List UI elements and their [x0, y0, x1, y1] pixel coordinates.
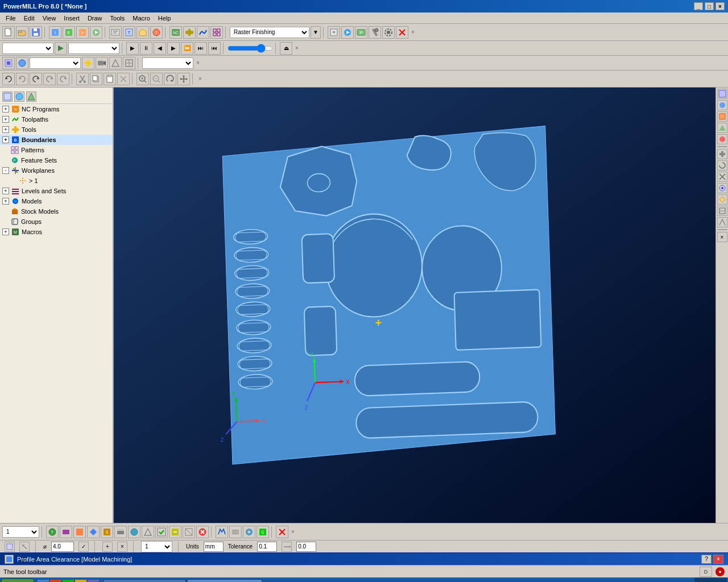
close-button[interactable]: × — [715, 2, 725, 10]
ql-icon2[interactable] — [50, 580, 61, 582]
diameter-input[interactable]: 4.0 — [51, 542, 74, 552]
rt-btn2[interactable] — [717, 100, 727, 110]
wp-expand[interactable]: - — [2, 167, 9, 174]
bb1-strat3[interactable] — [243, 526, 255, 538]
toolbar3-close[interactable]: × — [195, 60, 201, 66]
next-btn[interactable]: ▶ — [167, 42, 180, 55]
bb1-btn10[interactable] — [169, 526, 181, 538]
tools-btn[interactable] — [183, 26, 196, 39]
tree-toolpaths[interactable]: + Toolpaths — [0, 114, 113, 124]
tb3-sun[interactable] — [82, 57, 94, 69]
verify-button[interactable]: V — [76, 26, 89, 39]
tree-patterns[interactable]: Patterns — [0, 145, 113, 155]
pattern-btn[interactable] — [210, 26, 223, 39]
rt-btn3[interactable] — [717, 111, 727, 122]
tree-wp1[interactable]: > 1 — [0, 176, 113, 186]
tb3-select1[interactable] — [30, 57, 81, 69]
tree-boundaries[interactable]: + B Boundaries — [0, 135, 113, 145]
toolbar1-close[interactable]: × — [410, 29, 416, 36]
bound-expand[interactable]: + — [2, 136, 9, 143]
undo2-btn[interactable] — [16, 73, 28, 85]
bb1-btn8[interactable] — [142, 526, 154, 538]
redo-btn[interactable] — [30, 73, 42, 85]
rt-btn8[interactable] — [717, 172, 727, 182]
bb1-select1[interactable]: 1 — [2, 526, 39, 538]
btn8[interactable]: ! — [150, 26, 163, 39]
import-button[interactable]: I — [49, 26, 61, 39]
bb1-btn3[interactable] — [73, 526, 86, 538]
menu-macro[interactable]: Macro — [129, 14, 154, 23]
nc-expand[interactable]: + — [2, 106, 9, 113]
menu-tools[interactable]: Tools — [107, 14, 129, 23]
tb3-btn4[interactable] — [123, 57, 135, 69]
bb1-btn5[interactable]: S — [101, 526, 113, 538]
rt-btn5[interactable] — [717, 134, 727, 144]
fwd-btn[interactable]: ⏩ — [181, 42, 193, 55]
tb2-icon1[interactable] — [55, 42, 67, 55]
menu-draw[interactable]: Draw — [84, 14, 106, 23]
bb1-btn6[interactable] — [114, 526, 127, 538]
extra-input[interactable]: 0.0 — [296, 542, 316, 552]
tb3-select2[interactable] — [142, 57, 193, 69]
minimize-button[interactable]: _ — [694, 2, 703, 10]
mod-expand[interactable]: + — [2, 198, 9, 205]
tree-macros[interactable]: + M Macros — [0, 227, 113, 237]
toolbar2-close[interactable]: × — [293, 45, 300, 52]
play-btn[interactable]: ▶ — [126, 42, 139, 55]
cut-btn[interactable] — [76, 73, 89, 85]
taskbar-sw[interactable]: SW SolidWorks Premium 2... — [103, 579, 186, 582]
toolbar4-close[interactable]: × — [197, 76, 204, 82]
ql-icon4[interactable] — [75, 580, 86, 582]
tolerance-input[interactable]: 0.1 — [257, 542, 277, 552]
gear-btn[interactable] — [382, 26, 395, 39]
zoomout-btn[interactable] — [150, 73, 163, 85]
redo2-btn[interactable] — [43, 73, 56, 85]
profile-close[interactable]: × — [713, 555, 723, 564]
rotate-btn[interactable] — [164, 73, 176, 85]
tree-models[interactable]: + Models — [0, 196, 113, 206]
menu-view[interactable]: View — [39, 14, 60, 23]
viewport[interactable]: X Y Z X Y Z — [114, 88, 715, 523]
copy-btn[interactable] — [90, 73, 102, 85]
bb1-btn4[interactable] — [87, 526, 100, 538]
redo3-btn[interactable] — [57, 73, 69, 85]
ffwd-btn[interactable]: ⏭ — [195, 42, 207, 55]
rt-btn1[interactable] — [717, 89, 727, 99]
pause-btn[interactable]: ⏸ — [140, 42, 152, 55]
save-button[interactable] — [30, 26, 42, 39]
tree-stock-models[interactable]: Stock Models — [0, 206, 113, 217]
bb1-strat2[interactable] — [229, 526, 242, 538]
units-input[interactable]: mm — [204, 542, 224, 552]
paste-btn[interactable] — [104, 73, 116, 85]
view-btn1[interactable] — [2, 92, 13, 102]
strategy-btn[interactable]: ▼ — [311, 26, 321, 39]
maximize-button[interactable]: □ — [705, 2, 714, 10]
view-btn2[interactable] — [14, 92, 24, 102]
sim-btn[interactable] — [341, 26, 354, 39]
bb2-select[interactable]: 1 — [141, 541, 172, 552]
btn6[interactable]: T — [123, 26, 135, 39]
bb1-green[interactable]: G — [257, 526, 269, 538]
menu-insert[interactable]: Insert — [60, 14, 83, 23]
open-button[interactable] — [16, 26, 28, 39]
view-btn3[interactable] — [26, 92, 36, 102]
ql-icon1[interactable] — [38, 580, 49, 582]
nc-btn[interactable]: NC — [169, 26, 182, 39]
tree-levels-sets[interactable]: + Levels and Sets — [0, 186, 113, 196]
ql-icon5[interactable] — [88, 580, 99, 582]
tree-feature-sets[interactable]: F Feature Sets — [0, 155, 113, 165]
new-button[interactable] — [2, 26, 15, 39]
rew-btn[interactable]: ⏮ — [208, 42, 221, 55]
menu-file[interactable]: File — [2, 14, 19, 23]
tb3-btn2[interactable] — [16, 57, 28, 69]
rt-close[interactable]: × — [717, 232, 727, 242]
tp-expand[interactable]: + — [2, 116, 9, 123]
tree-tools[interactable]: + Tools — [0, 124, 113, 135]
calc-btn[interactable]: ≡ — [328, 26, 340, 39]
btn7[interactable] — [136, 26, 149, 39]
bb1-btn12[interactable] — [196, 526, 209, 538]
zoom-btn[interactable] — [136, 73, 149, 85]
menu-edit[interactable]: Edit — [20, 14, 38, 23]
bottombar1-close[interactable]: × — [289, 529, 296, 535]
rt-btn11[interactable] — [717, 206, 727, 216]
